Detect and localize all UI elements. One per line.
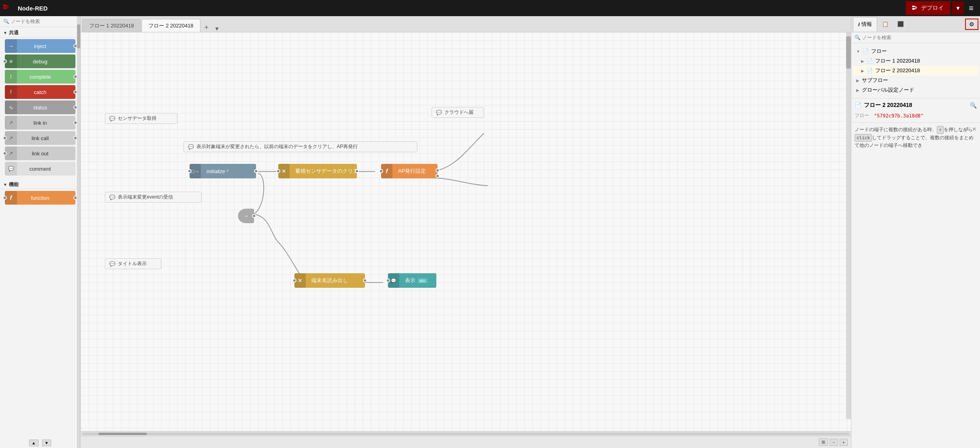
category-function-label: 機能: [9, 181, 19, 188]
canvas-vscroll-thumb: [846, 36, 851, 69]
tab-debug-btn[interactable]: 📋: [878, 17, 892, 31]
category-common-label: 共通: [9, 29, 19, 36]
deploy-button[interactable]: デプロイ: [906, 1, 950, 15]
logo-area: Node-RED: [3, 4, 48, 12]
category-common[interactable]: ▼ 共通: [0, 27, 80, 38]
api-port-right1: [436, 168, 440, 172]
detail-title-text: フロー 2 20220418: [864, 102, 912, 109]
svg-rect-6: [912, 6, 915, 7]
node-link-in-label: link in: [9, 120, 71, 126]
canvas-vertical-scrollbar[interactable]: [846, 32, 851, 419]
scroll-up-button[interactable]: ▲: [29, 440, 39, 446]
left-sidebar: 🔍 ▼ 共通 → inject ≡ debug !: [0, 16, 81, 448]
canvas-layout-button[interactable]: ⊞: [819, 438, 828, 446]
initialize-port-left: [188, 169, 192, 173]
api-port-left: [379, 169, 383, 173]
comment-title-label: タイトル表示: [118, 260, 147, 267]
comment-display-change[interactable]: 💬 表示対象端末が変更されたら、以前の端末のデータをクリアし、AP再発行: [183, 141, 417, 152]
scroll-thumb: [98, 433, 147, 435]
node-link-in-canvas[interactable]: →: [238, 209, 254, 223]
node-link-call-label: link call: [9, 135, 71, 141]
comment-event-receive[interactable]: 💬 表示端末変更eventの受信: [105, 192, 202, 203]
node-clear-sensor-data[interactable]: ✕ 蓄積センサデータのクリア: [278, 164, 357, 178]
canvas-zoom-in-button[interactable]: +: [840, 439, 848, 446]
node-terminal-read[interactable]: ✕ 端末名読み出し: [294, 273, 365, 288]
node-function[interactable]: f function: [5, 191, 75, 205]
tree-chevron-flow1: ▶: [861, 59, 864, 63]
tree-chevron-global: ▶: [856, 88, 859, 92]
left-sidebar-scrollbar[interactable]: [77, 16, 80, 448]
canvas-zoom-out-button[interactable]: −: [830, 439, 838, 446]
add-flow-button[interactable]: +: [201, 23, 212, 32]
node-api-setting[interactable]: f AP発行設定: [381, 164, 438, 178]
comment-event-icon: 💬: [109, 195, 115, 200]
right-panel: i 情報 📋 ⬛ ⚙ 🔍 ▼ 📄 フロー ▶ 📄 フロー 1 20220418: [851, 16, 980, 448]
category-function[interactable]: ▼ 機能: [0, 179, 80, 189]
deploy-dropdown-button[interactable]: ▼: [952, 1, 964, 15]
deploy-label: デプロイ: [921, 4, 944, 12]
node-complete[interactable]: ! complete: [5, 70, 75, 84]
node-red-logo-icon: [3, 4, 15, 12]
node-inject-label: inject: [9, 43, 71, 49]
search-icon: 🔍: [3, 19, 9, 24]
comment-sensor-data[interactable]: 💬 センサデータ取得: [105, 113, 177, 124]
scroll-down-button[interactable]: ▼: [42, 440, 52, 446]
comment-cloud[interactable]: 💬 クラウドへ届: [432, 107, 484, 118]
svg-rect-7: [912, 8, 915, 10]
right-panel-search-input[interactable]: [862, 35, 977, 40]
detail-search-button[interactable]: 🔍: [970, 102, 977, 109]
tab-flow1-label: フロー 1 20220418: [89, 22, 134, 29]
node-link-in[interactable]: ↗ link in: [5, 116, 75, 130]
hint-refresh-button[interactable]: ↺: [964, 126, 969, 132]
right-panel-detail: 📄 フロー 2 20220418 🔍 フロー "5792c97b.3a18d8": [851, 98, 980, 123]
tree-item-subflow[interactable]: ▶ サブフロー: [853, 75, 978, 85]
tree-label-subflow: サブフロー: [862, 77, 888, 84]
node-comment[interactable]: 💬 comment: [5, 162, 75, 176]
tree-item-flow1[interactable]: ▶ 📄 フロー 1 20220418: [853, 56, 978, 66]
hint-close-button[interactable]: ✕: [972, 126, 977, 132]
node-search-input[interactable]: [11, 19, 77, 24]
canvas-horizontal-scrollbar[interactable]: [81, 431, 851, 436]
tree-item-global[interactable]: ▶ グローバル設定ノード: [853, 85, 978, 95]
tab-flow2[interactable]: フロー 2 20220418: [142, 19, 200, 32]
canvas-background: [81, 32, 851, 431]
node-complete-icon: !: [5, 70, 17, 84]
node-status[interactable]: ∿ status: [5, 100, 75, 114]
node-display[interactable]: 💬 表示 abc: [388, 273, 436, 288]
tab-flow1[interactable]: フロー 1 20220418: [82, 19, 141, 32]
tree-item-flow2[interactable]: ▶ 📄 フロー 2 20220418: [853, 66, 978, 75]
flow-dropdown-button[interactable]: ▼: [213, 25, 221, 32]
node-search-bar: 🔍: [0, 16, 80, 27]
node-link-out[interactable]: ↗ link out: [5, 147, 75, 160]
clear-label: 蓄積センサデータのクリア: [295, 167, 358, 175]
tree-item-flow-root[interactable]: ▼ 📄 フロー: [853, 46, 978, 56]
canvas-footer-controls: ⊞ − +: [81, 436, 851, 448]
api-setting-label: AP発行設定: [398, 167, 426, 175]
node-inject[interactable]: → inject: [5, 39, 75, 53]
tree-label-flow1: フロー 1 20220418: [875, 57, 920, 65]
right-panel-hint: ↺ ✕ ノードの端子に複数の接続がある時、↑を押しながらclickしてドラッグす…: [851, 123, 980, 153]
right-panel-tabs: i 情報 📋 ⬛ ⚙: [851, 16, 980, 32]
chevron-down-icon-2: ▼: [3, 182, 7, 187]
settings-gear-btn[interactable]: ⚙: [965, 19, 978, 30]
hamburger-menu-button[interactable]: ≡: [965, 2, 977, 15]
deploy-icon: [912, 5, 919, 11]
right-panel-tree: ▼ 📄 フロー ▶ 📄 フロー 1 20220418 ▶ 📄 フロー 2 202…: [851, 43, 980, 98]
tab-node-btn[interactable]: ⬛: [893, 17, 908, 31]
tab-info-btn[interactable]: i 情報: [853, 17, 877, 31]
node-debug[interactable]: ≡ debug: [5, 54, 75, 68]
tab-flow2-label: フロー 2 20220418: [148, 22, 193, 29]
node-debug-label: debug: [9, 59, 71, 65]
app-title: Node-RED: [18, 5, 48, 12]
scroll-track: [82, 433, 849, 435]
clear-port-left: [276, 169, 280, 173]
comment-title-display[interactable]: 💬 タイトル表示: [105, 258, 161, 269]
canvas-container[interactable]: 💬 センサデータ取得 💬 クラウドへ届 💬 表示対象端末が変更されたら、以前の端…: [81, 32, 851, 431]
node-link-call[interactable]: ↗ link call: [5, 131, 75, 145]
terminal-read-label: 端末名読み出し: [311, 277, 348, 284]
flow-root-icon: 📄: [863, 48, 869, 54]
node-initialize[interactable]: □→ initialize ¹: [190, 164, 256, 178]
topbar: Node-RED デプロイ ▼ ≡: [0, 0, 980, 16]
tree-chevron-flow: ▼: [856, 49, 860, 54]
node-catch[interactable]: ! catch: [5, 85, 75, 99]
